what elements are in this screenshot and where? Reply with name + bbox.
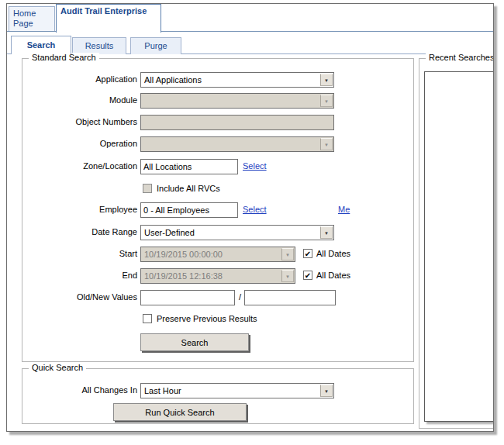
start-value: 10/19/2015 00:00:00 (144, 250, 281, 259)
old-value-input[interactable] (140, 290, 235, 305)
app-window: Home Page Audit Trail Enterprise Results… (6, 3, 494, 432)
chevron-down-icon: ▼ (281, 270, 294, 282)
start-all-dates-label: All Dates (316, 249, 350, 258)
all-changes-in-select[interactable]: Last Hour ▼ (140, 383, 334, 398)
object-numbers-input (140, 115, 334, 130)
me-link[interactable]: Me (338, 205, 350, 214)
employee-label: Employee (27, 205, 137, 214)
object-numbers-label: Object Numbers (27, 117, 137, 126)
end-all-dates-label: All Dates (316, 271, 350, 280)
recent-searches-title: Recent Searches (426, 53, 494, 62)
standard-search-group: Standard Search Application All Applicat… (22, 58, 414, 362)
include-all-rvcs-label: Include All RVCs (157, 184, 220, 193)
date-range-value: User-Defined (144, 228, 319, 237)
application-value: All Applications (144, 75, 319, 85)
employee-select-link[interactable]: Select (243, 205, 267, 214)
end-label: End (27, 271, 137, 280)
tab-results[interactable]: Results (72, 37, 126, 54)
date-range-label: Date Range (27, 227, 137, 236)
tab-home-page[interactable]: Home Page (9, 6, 55, 31)
recent-searches-list[interactable] (424, 71, 494, 422)
chevron-down-icon: ▼ (281, 248, 294, 260)
recent-searches-group: Recent Searches (419, 58, 494, 429)
start-label: Start (27, 249, 137, 258)
module-label: Module (27, 95, 137, 105)
chevron-down-icon: ▼ (320, 138, 333, 150)
old-new-values-label: Old/New Values (27, 292, 137, 302)
include-all-rvcs-checkbox (143, 184, 152, 193)
quick-search-group: Quick Search All Changes In Last Hour ▼ … (22, 368, 414, 424)
run-quick-search-button[interactable]: Run Quick Search (113, 403, 247, 421)
all-changes-in-label: All Changes In (27, 385, 137, 395)
tab-audit-trail-enterprise[interactable]: Audit Trail Enterprise (56, 4, 161, 33)
chevron-down-icon[interactable]: ▼ (320, 74, 333, 86)
search-button[interactable]: Search (140, 333, 249, 351)
chevron-down-icon[interactable]: ▼ (320, 226, 333, 239)
all-changes-in-value: Last Hour (144, 386, 319, 395)
start-all-dates-checkbox[interactable]: ✔ (303, 249, 312, 258)
preserve-previous-results-label: Preserve Previous Results (157, 314, 257, 323)
module-select: ▼ (140, 93, 334, 109)
chevron-down-icon: ▼ (320, 95, 333, 107)
old-new-separator: / (239, 292, 241, 302)
end-datetime: 10/19/2015 12:16:38 ▼ (140, 268, 295, 284)
end-value: 10/19/2015 12:16:38 (144, 271, 281, 281)
sub-tab-strip: Results Purge Search (7, 36, 493, 54)
new-value-input[interactable] (244, 290, 336, 305)
application-select[interactable]: All Applications ▼ (140, 72, 334, 88)
operation-select: ▼ (140, 136, 334, 152)
tab-search[interactable]: Search (11, 36, 71, 54)
zone-location-label: Zone/Location (27, 161, 137, 171)
employee-input[interactable] (140, 202, 238, 218)
tab-purge[interactable]: Purge (130, 37, 181, 54)
application-label: Application (27, 74, 137, 84)
date-range-select[interactable]: User-Defined ▼ (140, 225, 334, 240)
start-datetime: 10/19/2015 00:00:00 ▼ (140, 247, 295, 262)
quick-search-title: Quick Search (29, 363, 86, 372)
zone-location-input[interactable] (140, 159, 238, 174)
preserve-previous-results-checkbox[interactable] (143, 314, 152, 323)
operation-label: Operation (27, 139, 137, 148)
chevron-down-icon[interactable]: ▼ (320, 385, 333, 397)
top-tab-strip: Home Page Audit Trail Enterprise (7, 4, 493, 32)
end-all-dates-checkbox[interactable]: ✔ (303, 271, 312, 280)
zone-select-link[interactable]: Select (243, 161, 267, 171)
